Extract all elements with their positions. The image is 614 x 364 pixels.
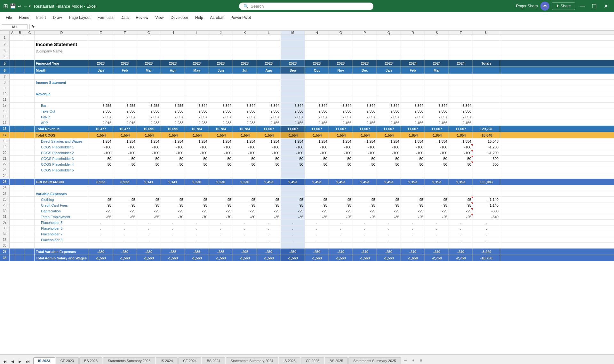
placeholder8-label[interactable]: Placeholder 8 xyxy=(35,237,89,242)
cell-1-A[interactable] xyxy=(10,35,15,40)
tab-nav-first[interactable]: ⏮ xyxy=(1,359,8,364)
company-name-cell[interactable]: [Company Name] xyxy=(35,48,89,54)
tab-bs2024[interactable]: BS 2024 xyxy=(202,357,225,364)
col-S[interactable]: S xyxy=(425,31,449,35)
placeholder7-label[interactable]: Placeholder 7 xyxy=(35,231,89,237)
tab-menu[interactable]: ≡ xyxy=(417,357,425,364)
direct-salaries-label[interactable]: Direct Salaries and Wages xyxy=(35,138,89,144)
redo-icon[interactable]: ↪ xyxy=(23,4,27,9)
eatin-label[interactable]: Eat-In xyxy=(35,114,89,120)
menu-page-layout[interactable]: Page Layout xyxy=(66,14,93,21)
cogs-p3-label[interactable]: COGS Placeholder 3 xyxy=(35,156,89,161)
col-J[interactable]: J xyxy=(209,31,233,35)
month-label[interactable]: Month xyxy=(35,67,89,74)
col-P[interactable]: P xyxy=(353,31,377,35)
tab-add[interactable]: + xyxy=(410,357,417,364)
tab-is2024[interactable]: IS 2024 xyxy=(156,357,178,364)
col-G[interactable]: G xyxy=(137,31,161,35)
tab-is2023[interactable]: IS 2023 xyxy=(33,357,55,364)
tab-cf2025[interactable]: CF 2025 xyxy=(301,357,324,364)
depreciation-label[interactable]: Depreciation xyxy=(35,208,89,214)
income-statement-title[interactable]: Income Statement xyxy=(35,41,89,48)
placeholder6-label[interactable]: Placeholder 6 xyxy=(35,226,89,231)
name-box[interactable] xyxy=(2,24,28,29)
col-T[interactable]: T xyxy=(449,31,473,35)
tab-statements2025[interactable]: Statements Summary 2025 xyxy=(348,357,401,364)
cogs-p4-label[interactable]: COGS Placeholder 4 xyxy=(35,162,89,167)
restore-button[interactable]: ❒ xyxy=(589,1,599,11)
tab-cf2023[interactable]: CF 2023 xyxy=(56,357,79,364)
close-button[interactable]: ✕ xyxy=(601,1,611,11)
placeholder5-label[interactable]: Placeholder 5 xyxy=(35,220,89,225)
tab-nav-prev[interactable]: ◄ xyxy=(9,359,16,364)
menu-formulas[interactable]: Formulas xyxy=(94,14,117,21)
menu-insert[interactable]: Insert xyxy=(33,14,49,21)
tab-bs2025[interactable]: BS 2025 xyxy=(325,357,348,364)
menu-view[interactable]: View xyxy=(152,14,167,21)
menu-review[interactable]: Review xyxy=(132,14,151,21)
undo-icon[interactable]: ↩ xyxy=(18,4,21,9)
menu-draw[interactable]: Draw xyxy=(50,14,65,21)
col-U[interactable]: U xyxy=(473,31,500,35)
cell-1-E[interactable] xyxy=(89,35,113,40)
scroll-area[interactable]: A B C D E F G H I J K L M N O P Q R S T … xyxy=(0,31,614,354)
cogs-p2-label[interactable]: COGS Placeholder 2 xyxy=(35,150,89,155)
col-L[interactable]: L xyxy=(257,31,281,35)
col-E[interactable]: E xyxy=(89,31,113,35)
tab-statements2023[interactable]: Statements Summary 2023 xyxy=(103,357,155,364)
col-M[interactable]: M xyxy=(281,31,305,35)
cell-1-C[interactable] xyxy=(25,35,35,40)
total-cogs-label[interactable]: Total COGS xyxy=(35,132,89,138)
cell-1-D[interactable] xyxy=(35,35,89,40)
tve-label[interactable]: Total Variable Expenses xyxy=(35,249,89,255)
col-A[interactable]: A xyxy=(10,31,15,35)
col-N[interactable]: N xyxy=(305,31,329,35)
save-icon[interactable]: 💾 xyxy=(10,3,16,9)
tas-label[interactable]: Total Admin Salary and Wages xyxy=(35,255,89,261)
bar-label[interactable]: Bar xyxy=(35,103,89,108)
customize-icon[interactable]: ▾ xyxy=(29,4,31,8)
income-statement-section[interactable]: Income Statement xyxy=(35,80,89,85)
menu-developer[interactable]: Developer xyxy=(167,14,191,21)
menu-home[interactable]: Home xyxy=(16,14,32,21)
total-revenue-label[interactable]: Total Revenue xyxy=(35,126,89,132)
tab-statements2024[interactable]: Statements Summary 2024 xyxy=(226,357,278,364)
share-button[interactable]: ⬆ Share xyxy=(552,2,575,10)
user-avatar[interactable]: RS xyxy=(540,2,549,11)
tab-bs2023[interactable]: BS 2023 xyxy=(79,357,102,364)
menu-acrobat[interactable]: Acrobat xyxy=(207,14,227,21)
minimize-button[interactable]: — xyxy=(578,1,588,11)
revenue-label[interactable]: Revenue xyxy=(35,91,89,97)
variable-expenses-label[interactable]: Variable Expenses xyxy=(35,191,89,196)
col-K[interactable]: K xyxy=(233,31,257,35)
tab-nav-last[interactable]: ⏭ xyxy=(24,359,31,364)
cogs-p5-label[interactable]: COGS Placeholder 5 xyxy=(35,167,89,173)
col-B[interactable]: B xyxy=(15,31,25,35)
col-F[interactable]: F xyxy=(113,31,137,35)
col-O[interactable]: O xyxy=(329,31,353,35)
tab-overflow[interactable]: ··· xyxy=(402,357,410,364)
financial-year-label[interactable]: Financial Year xyxy=(35,60,89,67)
search-box[interactable]: 🔍 Search xyxy=(239,3,373,10)
tab-is2025[interactable]: IS 2025 xyxy=(279,357,300,364)
menu-power-pivot[interactable]: Power Pivot xyxy=(227,14,254,21)
col-R[interactable]: R xyxy=(401,31,425,35)
menu-help[interactable]: Help xyxy=(192,14,206,21)
tab-nav-next[interactable]: ► xyxy=(17,359,24,364)
formula-content[interactable] xyxy=(36,27,612,27)
menu-file[interactable]: File xyxy=(3,14,15,21)
cogs-p1-label[interactable]: COGS Placeholder 1 xyxy=(35,144,89,150)
col-C[interactable]: C xyxy=(25,31,35,35)
takeout-label[interactable]: Take-Out xyxy=(35,108,89,114)
cell-1-B[interactable] xyxy=(15,35,25,40)
menu-data[interactable]: Data xyxy=(117,14,132,21)
col-D[interactable]: D xyxy=(35,31,89,35)
col-Q[interactable]: Q xyxy=(377,31,401,35)
app-label[interactable]: APP xyxy=(35,120,89,125)
excel-icon[interactable]: ⊞ xyxy=(3,3,8,10)
col-I[interactable]: I xyxy=(185,31,209,35)
col-H[interactable]: H xyxy=(161,31,185,35)
credit-card-label[interactable]: Credit Card Fees xyxy=(35,202,89,208)
gross-margin-label[interactable]: GROSS MARGIN xyxy=(35,179,89,185)
tab-cf2024[interactable]: CF 2024 xyxy=(178,357,201,364)
